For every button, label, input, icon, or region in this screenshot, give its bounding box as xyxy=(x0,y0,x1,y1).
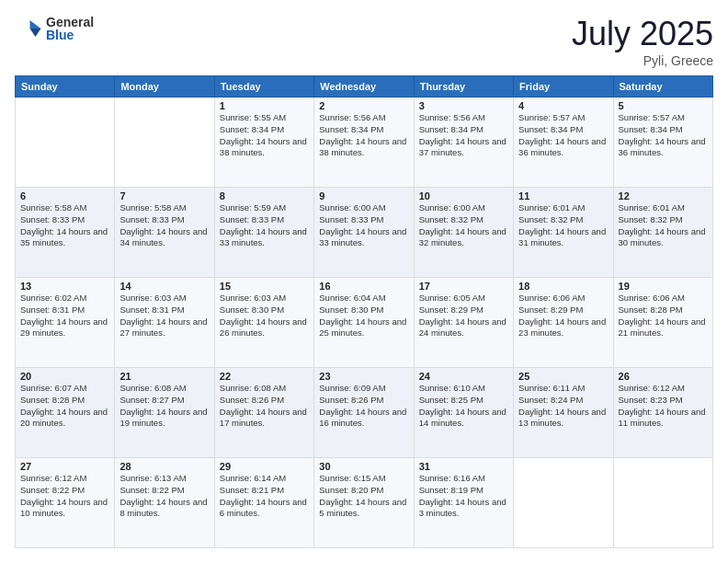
day-number: 20 xyxy=(20,371,109,382)
calendar-cell: 8Sunrise: 5:59 AMSunset: 8:33 PMDaylight… xyxy=(214,188,313,278)
day-info: Sunrise: 6:05 AMSunset: 8:29 PMDaylight:… xyxy=(419,293,508,339)
day-number: 19 xyxy=(619,281,708,292)
title-location: Pyli, Greece xyxy=(572,53,713,68)
day-info: Sunrise: 6:09 AMSunset: 8:26 PMDaylight:… xyxy=(319,383,408,430)
col-tuesday: Tuesday xyxy=(214,76,313,98)
calendar-week-5: 27Sunrise: 6:12 AMSunset: 8:22 PMDayligh… xyxy=(16,458,713,548)
calendar-week-3: 13Sunrise: 6:02 AMSunset: 8:31 PMDayligh… xyxy=(16,278,713,368)
header: General Blue July 2025 Pyli, Greece xyxy=(15,15,713,68)
day-info: Sunrise: 6:01 AMSunset: 8:32 PMDaylight:… xyxy=(518,202,608,249)
day-info: Sunrise: 6:03 AMSunset: 8:31 PMDaylight:… xyxy=(119,293,209,339)
calendar-cell: 20Sunrise: 6:07 AMSunset: 8:28 PMDayligh… xyxy=(16,368,115,458)
calendar-cell: 3Sunrise: 5:56 AMSunset: 8:34 PMDaylight… xyxy=(414,98,513,188)
col-friday: Friday xyxy=(514,76,613,98)
day-number: 2 xyxy=(319,100,408,111)
day-info: Sunrise: 6:01 AMSunset: 8:32 PMDaylight:… xyxy=(619,202,708,249)
day-info: Sunrise: 6:12 AMSunset: 8:23 PMDaylight:… xyxy=(619,383,708,430)
day-info: Sunrise: 5:56 AMSunset: 8:34 PMDaylight:… xyxy=(419,112,508,159)
day-number: 5 xyxy=(619,100,708,111)
calendar-week-1: 1Sunrise: 5:55 AMSunset: 8:34 PMDaylight… xyxy=(16,98,713,188)
logo-icon xyxy=(15,15,42,42)
day-info: Sunrise: 5:58 AMSunset: 8:33 PMDaylight:… xyxy=(20,202,109,249)
title-block: July 2025 Pyli, Greece xyxy=(572,15,713,68)
day-info: Sunrise: 6:08 AMSunset: 8:27 PMDaylight:… xyxy=(119,383,209,430)
day-number: 9 xyxy=(319,190,408,201)
calendar-cell: 21Sunrise: 6:08 AMSunset: 8:27 PMDayligh… xyxy=(115,368,214,458)
day-number: 7 xyxy=(119,190,209,201)
day-number: 8 xyxy=(220,190,309,201)
calendar-cell: 4Sunrise: 5:57 AMSunset: 8:34 PMDaylight… xyxy=(514,98,613,188)
day-number: 25 xyxy=(518,371,608,382)
day-number: 24 xyxy=(419,371,508,382)
calendar-cell xyxy=(514,458,613,548)
day-number: 16 xyxy=(319,281,408,292)
day-info: Sunrise: 5:55 AMSunset: 8:34 PMDaylight:… xyxy=(220,112,309,159)
calendar-cell: 23Sunrise: 6:09 AMSunset: 8:26 PMDayligh… xyxy=(314,368,414,458)
day-info: Sunrise: 6:15 AMSunset: 8:20 PMDaylight:… xyxy=(319,473,408,520)
calendar-cell: 1Sunrise: 5:55 AMSunset: 8:34 PMDaylight… xyxy=(214,98,313,188)
calendar-cell: 10Sunrise: 6:00 AMSunset: 8:32 PMDayligh… xyxy=(414,188,513,278)
calendar-table: Sunday Monday Tuesday Wednesday Thursday… xyxy=(15,75,713,548)
day-info: Sunrise: 6:00 AMSunset: 8:32 PMDaylight:… xyxy=(419,202,508,249)
col-thursday: Thursday xyxy=(414,76,513,98)
day-info: Sunrise: 6:04 AMSunset: 8:30 PMDaylight:… xyxy=(319,293,408,339)
calendar-cell: 7Sunrise: 5:58 AMSunset: 8:33 PMDaylight… xyxy=(115,188,214,278)
day-info: Sunrise: 5:57 AMSunset: 8:34 PMDaylight:… xyxy=(619,112,708,159)
calendar-cell: 6Sunrise: 5:58 AMSunset: 8:33 PMDaylight… xyxy=(16,188,115,278)
day-number: 29 xyxy=(220,461,309,472)
col-monday: Monday xyxy=(115,76,214,98)
calendar-cell: 12Sunrise: 6:01 AMSunset: 8:32 PMDayligh… xyxy=(613,188,712,278)
day-info: Sunrise: 6:10 AMSunset: 8:25 PMDaylight:… xyxy=(419,383,508,430)
day-number: 14 xyxy=(119,281,209,292)
col-sunday: Sunday xyxy=(16,76,115,98)
day-info: Sunrise: 6:14 AMSunset: 8:21 PMDaylight:… xyxy=(220,473,309,520)
day-number: 12 xyxy=(619,190,708,201)
day-info: Sunrise: 6:03 AMSunset: 8:30 PMDaylight:… xyxy=(220,293,309,339)
day-info: Sunrise: 6:06 AMSunset: 8:29 PMDaylight:… xyxy=(518,293,608,339)
day-number: 23 xyxy=(319,371,408,382)
svg-marker-1 xyxy=(30,29,41,37)
day-number: 10 xyxy=(419,190,508,201)
day-number: 18 xyxy=(518,281,608,292)
day-number: 15 xyxy=(220,281,309,292)
calendar-week-2: 6Sunrise: 5:58 AMSunset: 8:33 PMDaylight… xyxy=(16,188,713,278)
col-wednesday: Wednesday xyxy=(314,76,414,98)
page: General Blue July 2025 Pyli, Greece Sund… xyxy=(0,0,728,563)
day-info: Sunrise: 6:06 AMSunset: 8:28 PMDaylight:… xyxy=(619,293,708,339)
calendar-header-row: Sunday Monday Tuesday Wednesday Thursday… xyxy=(16,76,713,98)
logo-blue: Blue xyxy=(46,29,94,41)
day-info: Sunrise: 5:57 AMSunset: 8:34 PMDaylight:… xyxy=(518,112,608,159)
title-month: July 2025 xyxy=(572,15,713,53)
day-number: 17 xyxy=(419,281,508,292)
calendar-cell: 13Sunrise: 6:02 AMSunset: 8:31 PMDayligh… xyxy=(16,278,115,368)
day-info: Sunrise: 6:02 AMSunset: 8:31 PMDaylight:… xyxy=(20,293,109,339)
calendar-cell xyxy=(613,458,712,548)
calendar-cell: 29Sunrise: 6:14 AMSunset: 8:21 PMDayligh… xyxy=(214,458,313,548)
col-saturday: Saturday xyxy=(613,76,712,98)
calendar-cell: 17Sunrise: 6:05 AMSunset: 8:29 PMDayligh… xyxy=(414,278,513,368)
calendar-cell xyxy=(16,98,115,188)
calendar-cell xyxy=(115,98,214,188)
day-info: Sunrise: 6:12 AMSunset: 8:22 PMDaylight:… xyxy=(20,473,109,520)
day-info: Sunrise: 6:07 AMSunset: 8:28 PMDaylight:… xyxy=(20,383,109,430)
calendar-cell: 5Sunrise: 5:57 AMSunset: 8:34 PMDaylight… xyxy=(613,98,712,188)
day-info: Sunrise: 6:00 AMSunset: 8:33 PMDaylight:… xyxy=(319,202,408,249)
day-info: Sunrise: 6:13 AMSunset: 8:22 PMDaylight:… xyxy=(119,473,209,520)
calendar-week-4: 20Sunrise: 6:07 AMSunset: 8:28 PMDayligh… xyxy=(16,368,713,458)
day-number: 26 xyxy=(619,371,708,382)
day-number: 30 xyxy=(319,461,408,472)
calendar-cell: 26Sunrise: 6:12 AMSunset: 8:23 PMDayligh… xyxy=(613,368,712,458)
calendar-cell: 27Sunrise: 6:12 AMSunset: 8:22 PMDayligh… xyxy=(16,458,115,548)
logo-text: General Blue xyxy=(46,16,94,41)
day-info: Sunrise: 6:11 AMSunset: 8:24 PMDaylight:… xyxy=(518,383,608,430)
logo-general: General xyxy=(46,16,94,29)
day-info: Sunrise: 6:16 AMSunset: 8:19 PMDaylight:… xyxy=(419,473,508,520)
calendar-cell: 31Sunrise: 6:16 AMSunset: 8:19 PMDayligh… xyxy=(414,458,513,548)
calendar-cell: 30Sunrise: 6:15 AMSunset: 8:20 PMDayligh… xyxy=(314,458,414,548)
calendar-cell: 9Sunrise: 6:00 AMSunset: 8:33 PMDaylight… xyxy=(314,188,414,278)
day-number: 3 xyxy=(419,100,508,111)
calendar-cell: 19Sunrise: 6:06 AMSunset: 8:28 PMDayligh… xyxy=(613,278,712,368)
day-number: 6 xyxy=(20,190,109,201)
day-number: 13 xyxy=(20,281,109,292)
svg-marker-0 xyxy=(30,20,41,29)
